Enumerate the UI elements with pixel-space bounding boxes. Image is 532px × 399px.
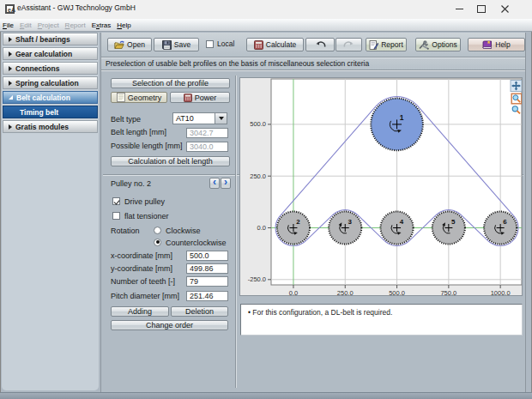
collapsed-triangle-icon xyxy=(9,124,12,130)
previous-pulley-button[interactable]: ‹ xyxy=(209,178,220,189)
power-button-label: Power xyxy=(195,94,217,102)
local-checkbox[interactable] xyxy=(206,40,214,48)
number-of-teeth-label: Number of teeth [-] xyxy=(111,277,175,286)
expanded-triangle-icon xyxy=(9,95,13,100)
report-document-icon xyxy=(369,40,378,50)
plot-canvas[interactable]: 500.0250.00.0-250.00.0250.0500.0750.0100… xyxy=(240,78,522,295)
belt-type-value: AT10 xyxy=(176,114,194,123)
app-window: eA eAssistant - GWJ Technology GmbH File… xyxy=(0,0,532,399)
redo-icon xyxy=(343,40,354,49)
calculate-button[interactable]: Calculate xyxy=(246,38,304,51)
power-button[interactable]: Power xyxy=(170,92,230,103)
belt-drive-plot: 500.0250.00.0-250.00.0250.0500.0750.0100… xyxy=(239,77,523,296)
status-info-text: Preselection of usable belt profiles on … xyxy=(106,59,369,68)
local-toggle[interactable]: Local xyxy=(206,39,234,48)
message-box: • For this configuration, a DL-belt is r… xyxy=(240,304,523,336)
undo-icon xyxy=(315,40,326,49)
save-button[interactable]: Save xyxy=(154,38,199,51)
pitch-diameter-input[interactable] xyxy=(186,291,228,301)
sidebar-item-label: Gratis modules xyxy=(15,123,69,131)
main-panel: Open Save Local xyxy=(100,33,526,392)
sidebar-item-label: Spring calculation xyxy=(15,79,79,88)
flat-tensioner-label: flat tensioner xyxy=(124,212,169,221)
title-bar: eA eAssistant - GWJ Technology GmbH xyxy=(0,0,532,20)
pulley-number-label: 1 xyxy=(400,113,404,122)
options-button[interactable]: Options xyxy=(415,38,461,51)
options-button-label: Options xyxy=(432,40,456,49)
zoom-button[interactable] xyxy=(512,106,517,112)
geometry-page-icon xyxy=(117,93,125,102)
x-coordinate-input[interactable] xyxy=(186,251,228,261)
minimize-button[interactable] xyxy=(448,0,470,18)
sidebar-item-belt-calculation[interactable]: Belt calculation xyxy=(3,91,98,104)
calculation-of-belt-length-button[interactable]: Calculation of belt length xyxy=(111,156,230,166)
number-of-teeth-input[interactable] xyxy=(186,276,228,287)
sidebar-item-gear-calculation[interactable]: Gear calculation xyxy=(3,47,98,60)
save-floppy-icon xyxy=(162,40,172,50)
report-button-label: Report xyxy=(381,40,403,49)
drive-pulley-checkbox[interactable] xyxy=(112,197,120,205)
drive-pulley-label: Drive pulley xyxy=(124,197,165,206)
y-coordinate-input[interactable] xyxy=(186,263,228,274)
calculator-icon xyxy=(254,40,263,50)
collapsed-triangle-icon xyxy=(9,37,12,42)
report-button[interactable]: Report xyxy=(366,38,407,51)
sidebar-item-label: Connections xyxy=(15,64,59,73)
menu-item-help[interactable]: Help xyxy=(117,21,130,29)
change-order-label: Change order xyxy=(146,321,193,329)
undo-button[interactable] xyxy=(305,38,335,51)
sidebar-item-connections[interactable]: Connections xyxy=(3,62,98,75)
menu-item-extras[interactable]: Extras xyxy=(92,21,112,29)
next-pulley-button[interactable]: › xyxy=(221,178,231,189)
maximize-button[interactable] xyxy=(470,0,493,18)
open-folder-icon xyxy=(114,40,124,50)
panel-separator xyxy=(235,76,237,388)
pulley-number-label: 4 xyxy=(400,218,404,226)
sidebar-item-label: Shaft / bearings xyxy=(15,35,70,44)
sidebar-item-gratis-modules[interactable]: Gratis modules xyxy=(3,120,98,133)
collapsed-triangle-icon xyxy=(9,51,12,57)
sidebar-navigation: Shaft / bearingsGear calculationConnecti… xyxy=(2,33,99,390)
power-calculator-icon xyxy=(184,94,192,102)
sidebar-item-label: Belt calculation xyxy=(16,94,70,102)
y-tick-label: -250.0 xyxy=(248,275,266,283)
open-button[interactable]: Open xyxy=(107,38,152,51)
geometry-button[interactable]: Geometry xyxy=(111,92,167,103)
clockwise-radio[interactable] xyxy=(154,227,161,234)
sidebar-item-shaft-bearings[interactable]: Shaft / bearings xyxy=(3,33,98,45)
change-order-button[interactable]: Change order xyxy=(111,320,228,330)
close-icon xyxy=(501,5,509,13)
help-book-icon xyxy=(482,40,493,50)
selection-of-profile-button[interactable]: Selection of the profile xyxy=(111,78,230,88)
sidebar-item-timing-belt[interactable]: Timing belt xyxy=(3,106,98,118)
belt-length-input[interactable] xyxy=(186,128,228,138)
belt-type-label: Belt type xyxy=(111,115,141,124)
redo-button[interactable] xyxy=(336,38,362,51)
pulley-number-label: Pulley no. 2 xyxy=(111,179,151,188)
adding-button-label: Adding xyxy=(128,307,152,316)
open-button-label: Open xyxy=(127,40,145,49)
zoom-region-lens-icon xyxy=(513,95,518,100)
help-button[interactable]: Help xyxy=(468,38,525,51)
belt-length-label: Belt length [mm] xyxy=(111,128,166,136)
pulley-number-label: 6 xyxy=(503,218,507,226)
flat-tensioner-checkbox[interactable] xyxy=(112,212,120,220)
selection-of-profile-label: Selection of the profile xyxy=(132,79,209,88)
close-button[interactable] xyxy=(493,0,516,18)
dropdown-arrow-icon[interactable] xyxy=(215,113,227,124)
menu-item-edit[interactable]: Edit xyxy=(20,21,32,29)
menu-item-report[interactable]: Report xyxy=(65,21,86,29)
counterclockwise-radio[interactable] xyxy=(154,239,161,246)
window-bottom-edge xyxy=(0,392,532,399)
menu-item-project[interactable]: Project xyxy=(38,21,59,29)
sidebar-item-spring-calculation[interactable]: Spring calculation xyxy=(3,76,98,89)
sidebar-item-label: Timing belt xyxy=(20,108,58,117)
options-tools-icon xyxy=(419,40,429,50)
help-button-label: Help xyxy=(495,40,510,49)
possible-length-input[interactable] xyxy=(186,142,228,152)
deletion-button[interactable]: Deletion xyxy=(171,306,228,317)
menu-item-file[interactable]: File xyxy=(3,21,14,29)
adding-button[interactable]: Adding xyxy=(111,306,169,317)
belt-type-dropdown[interactable]: AT10 xyxy=(172,112,227,124)
window-title: eAssistant - GWJ Technology GmbH xyxy=(17,3,136,12)
